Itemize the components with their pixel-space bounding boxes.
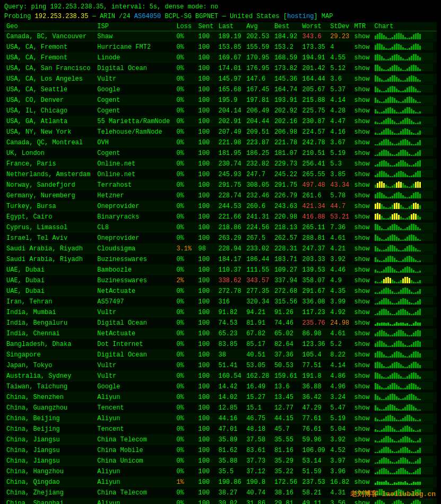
cell-mtr[interactable]: show xyxy=(352,95,373,106)
cell-mtr[interactable]: show xyxy=(352,212,373,222)
cell-stdev: 4.96 xyxy=(328,381,352,392)
chart-bar xyxy=(390,461,391,464)
cell-mtr[interactable]: show xyxy=(352,106,373,116)
mtr-show-link[interactable]: show xyxy=(354,319,370,327)
cell-last: 38.27 xyxy=(216,488,244,498)
mtr-show-link[interactable]: show xyxy=(354,468,370,475)
cell-best: 315.56 xyxy=(272,297,300,307)
mtr-show-link[interactable]: show xyxy=(354,75,370,83)
mtr-show-link[interactable]: show xyxy=(354,277,370,284)
mtr-show-link[interactable]: show xyxy=(354,234,370,242)
mtr-show-link[interactable]: show xyxy=(354,447,370,454)
cell-mtr[interactable]: show xyxy=(352,286,373,297)
cell-mtr[interactable]: show xyxy=(352,318,373,328)
mtr-show-link[interactable]: show xyxy=(354,192,370,199)
mtr-show-link[interactable]: show xyxy=(354,160,370,168)
mtr-show-link[interactable]: show xyxy=(354,383,370,390)
mtr-show-link[interactable]: show xyxy=(354,33,370,40)
chart-bar xyxy=(404,229,406,230)
mtr-show-link[interactable]: show xyxy=(354,425,370,433)
mtr-show-link[interactable]: show xyxy=(354,118,370,125)
mtr-show-link[interactable]: show xyxy=(354,44,370,51)
chart-bar xyxy=(381,193,383,198)
cell-mtr[interactable]: show xyxy=(352,42,373,53)
cell-mtr[interactable]: show xyxy=(352,222,373,233)
mtr-show-link[interactable]: show xyxy=(354,128,370,136)
cell-mtr[interactable]: show xyxy=(352,127,373,137)
chart-bar xyxy=(387,247,389,251)
cell-mtr[interactable]: show xyxy=(352,435,373,445)
mtr-show-link[interactable]: show xyxy=(354,139,370,146)
mtr-show-link[interactable]: show xyxy=(354,457,370,465)
cell-mtr[interactable]: show xyxy=(352,275,373,286)
cell-best: 37.36 xyxy=(272,350,300,360)
cell-mtr[interactable]: show xyxy=(352,297,373,307)
map-link[interactable]: MAP xyxy=(322,13,333,20)
cell-mtr[interactable]: show xyxy=(352,233,373,244)
mtr-show-link[interactable]: show xyxy=(354,351,370,359)
mtr-show-link[interactable]: show xyxy=(354,362,370,369)
mtr-show-link[interactable]: show xyxy=(354,330,370,337)
mtr-show-link[interactable]: show xyxy=(354,404,370,412)
asn-link[interactable]: AS64050 xyxy=(134,13,161,20)
mtr-show-link[interactable]: show xyxy=(354,288,370,295)
mtr-show-link[interactable]: show xyxy=(354,224,370,231)
mtr-show-link[interactable]: show xyxy=(354,479,370,486)
cell-mtr[interactable]: show xyxy=(352,360,373,371)
mtr-show-link[interactable]: show xyxy=(354,436,370,444)
cell-mtr[interactable]: show xyxy=(352,63,373,74)
mtr-show-link[interactable]: show xyxy=(354,97,370,104)
cell-mtr[interactable]: show xyxy=(352,53,373,63)
cell-mtr[interactable]: show xyxy=(352,169,373,180)
cell-mtr[interactable]: show xyxy=(352,31,373,42)
cell-mtr[interactable]: show xyxy=(352,328,373,339)
cell-mtr[interactable]: show xyxy=(352,403,373,413)
mtr-show-link[interactable]: show xyxy=(354,213,370,221)
mtr-show-link[interactable]: show xyxy=(354,245,370,253)
mtr-show-link[interactable]: show xyxy=(354,266,370,274)
cell-mtr[interactable]: show xyxy=(352,424,373,435)
cell-mtr[interactable]: show xyxy=(352,477,373,488)
mtr-show-link[interactable]: show xyxy=(354,500,370,504)
cell-mtr[interactable]: show xyxy=(352,350,373,360)
cell-mtr[interactable]: show xyxy=(352,265,373,275)
cell-mtr[interactable]: show xyxy=(352,201,373,212)
cell-mtr[interactable]: show xyxy=(352,190,373,201)
mtr-show-link[interactable]: show xyxy=(354,372,370,380)
mtr-show-link[interactable]: show xyxy=(354,54,370,62)
mtr-show-link[interactable]: show xyxy=(354,341,370,348)
mtr-show-link[interactable]: show xyxy=(354,181,370,189)
cell-mtr[interactable]: show xyxy=(352,466,373,477)
mtr-show-link[interactable]: show xyxy=(354,171,370,178)
cell-mtr[interactable]: show xyxy=(352,180,373,190)
cell-mtr[interactable]: show xyxy=(352,339,373,350)
cell-mtr[interactable]: show xyxy=(352,498,373,504)
mtr-show-link[interactable]: show xyxy=(354,415,370,422)
cell-mtr[interactable]: show xyxy=(352,254,373,265)
cell-mtr[interactable]: show xyxy=(352,381,373,392)
cell-mtr[interactable]: show xyxy=(352,445,373,456)
cell-mtr[interactable]: show xyxy=(352,148,373,159)
cell-mtr[interactable]: show xyxy=(352,74,373,84)
mtr-show-link[interactable]: show xyxy=(354,65,370,72)
cell-mtr[interactable]: show xyxy=(352,371,373,381)
cell-mtr[interactable]: show xyxy=(352,116,373,127)
mtr-show-link[interactable]: show xyxy=(354,298,370,306)
hosting-link[interactable]: hosting xyxy=(287,13,314,20)
mtr-show-link[interactable]: show xyxy=(354,394,370,401)
cell-mtr[interactable]: show xyxy=(352,392,373,403)
mtr-show-link[interactable]: show xyxy=(354,150,370,157)
mtr-show-link[interactable]: show xyxy=(354,203,370,210)
cell-mtr[interactable]: show xyxy=(352,244,373,254)
cell-mtr[interactable]: show xyxy=(352,159,373,169)
mtr-show-link[interactable]: show xyxy=(354,107,370,115)
cell-mtr[interactable]: show xyxy=(352,84,373,95)
mtr-show-link[interactable]: show xyxy=(354,86,370,93)
cell-mtr[interactable]: show xyxy=(352,307,373,318)
mtr-show-link[interactable]: show xyxy=(354,309,370,316)
cell-isp: Vultr xyxy=(95,360,174,371)
mtr-show-link[interactable]: show xyxy=(354,256,370,263)
cell-mtr[interactable]: show xyxy=(352,137,373,148)
cell-mtr[interactable]: show xyxy=(352,413,373,424)
cell-mtr[interactable]: show xyxy=(352,456,373,466)
